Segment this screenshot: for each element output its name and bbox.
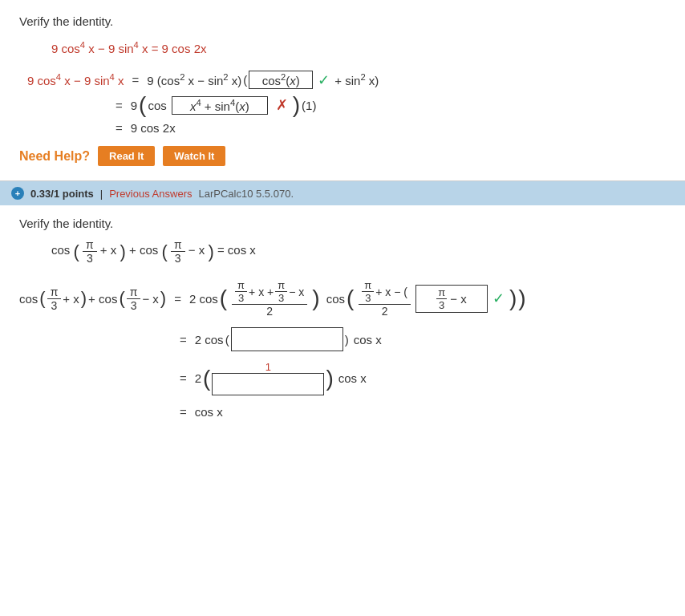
pi3b-frac: π 3: [171, 238, 185, 265]
points-header: + 0.33/1 points | Previous Answers LarPC…: [0, 181, 685, 205]
header-eq-text: 9 cos4 x − 9 sin4 x = 9 cos 2x: [51, 42, 206, 55]
step1-open-paren: (: [243, 73, 247, 87]
sec2-plus-x1: + x: [100, 243, 116, 257]
sec2-s2-oparen: (: [225, 333, 229, 346]
step3-text: 9 cos 2x: [131, 121, 176, 135]
step1-right: 9 (cos2 x − sin2 x): [147, 72, 241, 87]
sec2-eq-left: cos: [51, 243, 70, 257]
sec2-s1-eq: =: [174, 292, 181, 306]
step2-9: 9: [131, 99, 137, 112]
sec2-pi3: π 3: [83, 243, 100, 257]
sec2-step3-row: = 2 ( 1 ) cos x: [180, 361, 666, 395]
sec2-step1-frac: π 3 + x + π 3 − x 2: [232, 279, 307, 318]
step1-row: 9 cos4 x − 9 sin4 x = 9 (cos2 x − sin2 x…: [27, 71, 666, 89]
sec2-step1-frac-inner: π 3 + x − ( 2: [359, 279, 411, 318]
watch-it-button[interactable]: Watch It: [163, 146, 225, 166]
section1-title: Verify the identity.: [19, 14, 666, 28]
sec2-s1-pluscos: + cos: [88, 292, 117, 306]
sec2-step4-row: = cos x: [180, 405, 666, 419]
sec2-step1-check: ✓: [492, 290, 505, 307]
pi3-frac: π 3: [83, 238, 97, 265]
sec2-step3-paren-group: ( 1 ): [203, 361, 334, 395]
sec2-s3-eq: =: [180, 371, 187, 385]
sec2-right-paren1: ): [120, 241, 125, 261]
step1-plus: + sin2 x): [334, 72, 379, 87]
sec2-right-paren2: ): [208, 241, 213, 261]
sec2-step2-row: = 2 cos ( ) cos x: [180, 327, 666, 351]
section-2: Verify the identity. cos ( π 3 + x ) + c…: [0, 205, 685, 449]
sec2-minus-x1: − x: [188, 243, 205, 257]
sec2-s1-minus-x: − x: [142, 292, 158, 306]
points-value: 0.33/1 points: [30, 188, 94, 200]
sec2-step3-input[interactable]: [212, 373, 324, 395]
read-it-button[interactable]: Read It: [98, 146, 155, 166]
step3-eq: =: [116, 121, 123, 135]
step1-input[interactable]: cos2(x): [249, 71, 313, 89]
sec2-step3-input-container: 1: [212, 361, 324, 395]
step2-suffix: (1): [302, 99, 316, 112]
step2-input[interactable]: x4 + sin4(x): [172, 96, 268, 115]
step3-row: = 9 cos 2x: [116, 121, 666, 135]
section2-header-eq: cos ( π 3 + x ) + cos ( π 3 − x ) = cos …: [51, 238, 666, 265]
sec2-s4-cosx: cos x: [195, 405, 223, 419]
sec2-s3-cosx: cos x: [338, 371, 367, 385]
step1-check: ✓: [318, 71, 330, 89]
sec2-step2-input[interactable]: [231, 327, 343, 351]
need-help-label: Need Help?: [19, 149, 90, 164]
sec2-s4-eq: =: [180, 405, 187, 419]
sec2-step1-input[interactable]: π 3 − x: [415, 285, 488, 313]
sec2-eq1: = cos x: [217, 243, 256, 257]
sec2-step3-one: 1: [265, 361, 271, 373]
step2-eq: =: [116, 99, 123, 112]
sec2-s1-frac2: π 3: [127, 286, 141, 312]
sec2-s1-2cos: 2 cos: [189, 292, 218, 306]
step1-left: 9 cos4 x − 9 sin4 x: [27, 72, 124, 87]
sec2-s3-2: 2: [195, 371, 201, 385]
step1-eq: =: [132, 73, 140, 87]
points-circle-icon: +: [11, 187, 24, 200]
sec2-s1-cos1: cos: [19, 292, 38, 306]
section-1: Verify the identity. 9 cos4 x − 9 sin4 x…: [0, 0, 685, 181]
sec2-s1-cos-after: cos: [326, 292, 345, 306]
sec2-step1-row: cos ( π 3 + x ) + cos ( π 3 − x ) = 2 co…: [19, 279, 666, 318]
sec2-pi3b: π 3: [171, 243, 188, 257]
need-help-row: Need Help? Read It Watch It: [19, 146, 666, 166]
sec2-s2-eq: =: [180, 333, 187, 346]
section2-content: Verify the identity. cos ( π 3 + x ) + c…: [0, 205, 685, 435]
sec2-left-paren2: (: [161, 241, 167, 261]
prev-answers-label: Previous Answers: [109, 188, 192, 200]
sec2-left-paren1: (: [74, 241, 79, 261]
sec2-s2-2cos: 2 cos: [195, 333, 224, 346]
section2-title: Verify the identity.: [19, 217, 666, 230]
sec2-s2-cparen: ): [345, 333, 349, 346]
step2-row: = 9 ( cos x4 + sin4(x) ✗ ) (1): [116, 94, 666, 116]
step2-close-paren: ): [293, 94, 300, 116]
step2-cross: ✗: [276, 96, 288, 114]
sec2-plus-cos: + cos: [129, 243, 158, 257]
step2-open-paren: (: [139, 94, 146, 116]
separator: |: [100, 188, 103, 200]
sec2-s1-frac1: π 3: [47, 286, 62, 312]
sec2-s1-plus-x: + x: [63, 292, 79, 306]
step2-cos: cos: [148, 99, 166, 112]
sec2-s2-cosx: cos x: [354, 333, 382, 346]
header-equation: 9 cos4 x − 9 sin4 x = 9 cos 2x: [51, 36, 666, 61]
problem-ref: LarPCalc10 5.5.070.: [198, 188, 294, 200]
